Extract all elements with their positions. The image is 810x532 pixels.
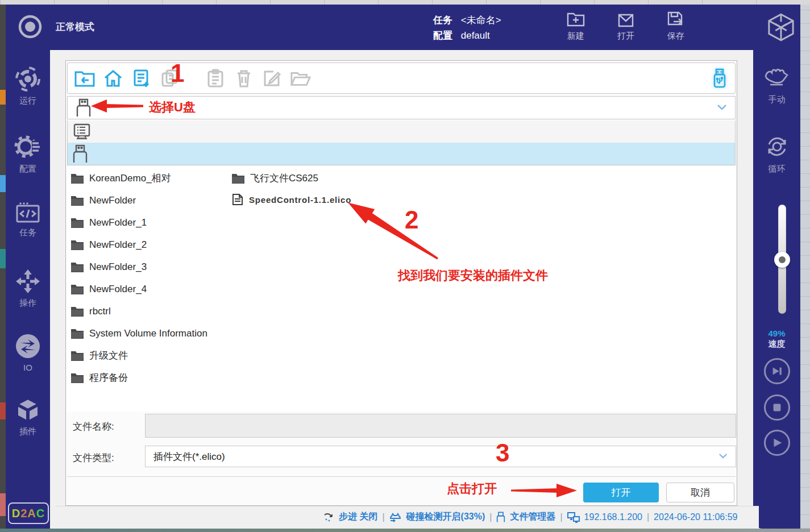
file-row[interactable]: System Volume Information [70, 322, 207, 344]
paste-icon [207, 69, 224, 88]
step-mode-label[interactable]: 步进 关闭 [339, 511, 377, 523]
status-separator: | [382, 512, 384, 522]
file-row[interactable]: rbctrl [70, 300, 207, 322]
d2ac-letter: 2 [20, 507, 27, 520]
network-icon [567, 512, 580, 523]
home-icon [103, 69, 123, 88]
datetime: 2024-06-20 11:06:59 [654, 512, 737, 522]
stop-button[interactable] [764, 394, 790, 421]
open-folder-icon [290, 69, 311, 88]
usb-drive-icon [712, 68, 727, 89]
save-task-icon [666, 10, 686, 28]
form-separator [67, 476, 736, 477]
folder-back-button[interactable] [74, 68, 95, 89]
status-separator: | [489, 512, 492, 522]
home-button[interactable] [103, 68, 123, 89]
sidebar-item-run[interactable]: 运行 [6, 66, 50, 106]
sidebar-label-plugin: 插件 [19, 426, 36, 436]
sidebar-label-config: 配置 [19, 164, 36, 173]
open-button[interactable]: 打开 [583, 483, 659, 502]
paste-button[interactable] [205, 68, 226, 89]
task-label: 任务 [433, 15, 452, 26]
folder-icon [70, 350, 84, 361]
drive-option-usb[interactable] [68, 143, 735, 165]
drive-option-computer[interactable] [68, 120, 735, 143]
file-row[interactable]: 升级文件 [70, 344, 207, 367]
status-bar: 步进 关闭 | 碰撞检测开启(33%) | 文件管理器 | 192.168.1.… [56, 506, 759, 529]
step-forward-button[interactable] [764, 358, 790, 384]
speed-slider-thumb[interactable] [774, 252, 790, 268]
rename-button[interactable] [262, 68, 283, 89]
file-row[interactable]: NewFolder [70, 189, 207, 211]
file-type-value: 插件文件(*.elico) [153, 450, 225, 463]
file-toolbar [67, 63, 736, 94]
file-manager-icon[interactable] [496, 512, 505, 523]
file-row[interactable]: NewFolder_1 [70, 211, 207, 234]
sidebar-label-operate: 操作 [19, 298, 36, 307]
sidebar-label-task: 任务 [19, 227, 36, 237]
mode-button[interactable] [17, 14, 43, 40]
file-row[interactable]: NewFolder_3 [70, 256, 207, 278]
new-document-button[interactable] [131, 68, 152, 89]
document-icon [231, 193, 244, 206]
sidebar-item-loop[interactable]: 循环 [753, 133, 800, 174]
file-name: System Volume Information [89, 328, 207, 339]
open-task-icon [617, 10, 635, 28]
open-task-label: 打开 [617, 31, 634, 40]
usb-drive-icon [72, 144, 88, 164]
file-row[interactable]: KoreanDemo_相对 [70, 167, 207, 189]
open-task-button[interactable]: 打开 [606, 10, 646, 41]
task-value: <未命名> [461, 15, 501, 26]
file-name-label: 文件名称: [73, 420, 114, 433]
sidebar-item-config[interactable]: 配置 [6, 134, 50, 174]
sidebar-label-loop: 循环 [769, 164, 786, 173]
file-name: 程序备份 [89, 371, 128, 384]
top-bar: 正常模式 任务 <未命名> 配置 default 新建 打开 [6, 5, 800, 50]
config-label: 配置 [433, 30, 452, 41]
file-name-input[interactable] [145, 414, 736, 438]
play-button[interactable] [764, 430, 790, 456]
collision-detect-icon[interactable] [389, 512, 402, 523]
sidebar-item-io[interactable]: IO [6, 333, 50, 372]
rename-icon [263, 69, 282, 88]
file-row[interactable]: NewFolder_2 [70, 234, 207, 256]
collision-detect-label[interactable]: 碰撞检测开启(33%) [406, 511, 485, 523]
status-separator: | [647, 512, 649, 522]
step-mode-icon[interactable] [323, 512, 334, 523]
folder-icon [70, 306, 84, 317]
annotation-arrow-open-button [509, 481, 580, 500]
file-name: NewFolder [89, 195, 136, 206]
file-name: NewFolder_4 [89, 284, 147, 295]
chevron-down-icon [718, 451, 728, 462]
file-row-plugin[interactable]: SpeedControl-1.1.elico [231, 189, 351, 210]
app-window: 正常模式 任务 <未命名> 配置 default 新建 打开 [6, 5, 800, 529]
file-manager-label[interactable]: 文件管理器 [510, 511, 555, 523]
folder-icon [70, 217, 84, 228]
sidebar-item-operate[interactable]: 操作 [6, 268, 50, 309]
d2ac-letter: C [36, 507, 45, 520]
delete-button[interactable] [234, 68, 254, 89]
sidebar-item-task[interactable]: 任务 [6, 201, 50, 238]
sidebar-item-manual[interactable]: 手动 [753, 66, 800, 105]
file-row[interactable]: NewFolder_4 [70, 278, 207, 300]
annotation-arrow-select-usb [88, 96, 145, 117]
file-name: rbctrl [89, 306, 111, 317]
annotation-step3-text: 点击打开 [447, 480, 497, 497]
open-folder-button[interactable] [290, 68, 311, 89]
chevron-down-icon [717, 103, 727, 113]
cancel-button[interactable]: 取消 [666, 483, 734, 502]
sidebar-item-plugin[interactable]: 插件 [6, 397, 50, 437]
file-type-label: 文件类型: [73, 451, 114, 464]
file-name: 升级文件 [89, 349, 128, 362]
file-row[interactable]: 程序备份 [70, 367, 207, 389]
folder-icon [70, 173, 84, 184]
file-type-select[interactable]: 插件文件(*.elico) [145, 446, 736, 467]
file-name: NewFolder_3 [89, 261, 147, 273]
d2ac-badge[interactable]: D2AC [8, 502, 49, 524]
usb-drive-indicator[interactable] [712, 68, 727, 91]
desktop-left-strip [0, 5, 6, 529]
new-task-button[interactable]: 新建 [556, 10, 596, 41]
save-task-button[interactable]: 保存 [656, 10, 696, 41]
file-row[interactable]: 飞行文件CS625 [231, 167, 351, 189]
play-icon [771, 437, 783, 449]
